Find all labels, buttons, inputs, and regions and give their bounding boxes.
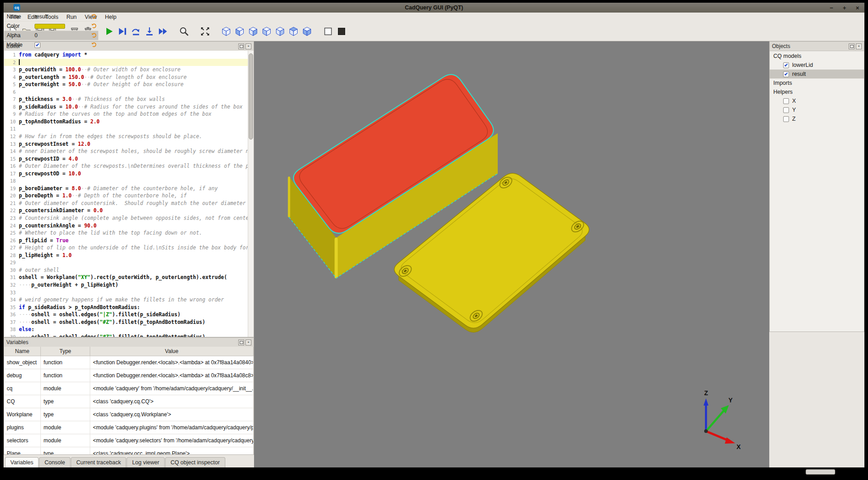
param-row-name[interactable]: Nameresult (4, 12, 98, 22)
code-line-7[interactable]: 7p_thickness = 3.0··# Thickness of the b… (4, 96, 248, 103)
variables-undock-button[interactable] (238, 340, 244, 345)
tree-item-cq-models[interactable]: CQ models (770, 52, 864, 61)
tab-console[interactable]: Console (39, 457, 70, 467)
code-line-33[interactable]: 33 (4, 289, 248, 297)
tab-variables[interactable]: Variables (5, 457, 39, 467)
view-bottom-button[interactable] (300, 25, 313, 38)
wireframe-mode-button[interactable] (321, 25, 334, 38)
code-line-34[interactable]: 34# weird geometry happens if we make th… (4, 296, 248, 304)
variable-row-plane[interactable]: Planetype<class 'cadquery.occ_impl.geom.… (4, 447, 254, 454)
code-line-37[interactable]: 37····oshell = oshell.edges("#Z").fillet… (4, 319, 248, 326)
menu-help[interactable]: Help (101, 13, 121, 22)
tab-cq-object-inspector[interactable]: CQ object inspector (165, 457, 225, 467)
tree-item-lowerlid[interactable]: ✔lowerLid (770, 61, 864, 70)
code-line-8[interactable]: 8p_sideRadius = 10.0··# Radius for the c… (4, 103, 248, 111)
column-header-name[interactable]: Name (4, 347, 41, 356)
checkbox-x[interactable] (783, 98, 789, 104)
view-right-button[interactable] (273, 25, 286, 38)
reset-icon[interactable] (91, 42, 97, 48)
tree-item-helpers[interactable]: Helpers (770, 87, 864, 96)
reset-icon[interactable] (91, 32, 97, 38)
titlebar[interactable]: cq CadQuery GUI (PyQT) − + × (4, 3, 864, 13)
code-line-4[interactable]: 4p_outerLength = 150.0··# Outer length o… (4, 74, 248, 81)
code-line-38[interactable]: 38else: (4, 326, 248, 333)
code-line-1[interactable]: 1from cadquery import * (4, 51, 248, 59)
code-line-15[interactable]: 15p_screwpostID = 4.0 (4, 155, 248, 163)
editor-undock-button[interactable] (238, 44, 244, 49)
param-row-alpha[interactable]: Alpha0 (4, 31, 98, 40)
column-header-type[interactable]: Type (41, 347, 90, 356)
code-line-35[interactable]: 35if p_sideRadius > p_topAndBottomRadius… (4, 304, 248, 311)
code-line-36[interactable]: 36····oshell = oshell.edges("|Z").fillet… (4, 311, 248, 319)
param-checkbox[interactable]: ✔ (35, 42, 40, 48)
code-line-23[interactable]: 23# Countersink angle (complete angle be… (4, 214, 248, 222)
tree-item-y[interactable]: Y (770, 105, 864, 114)
code-line-26[interactable]: 26p_flipLid = True (4, 237, 248, 244)
code-line-29[interactable]: 29 (4, 259, 248, 266)
debug-button[interactable] (116, 25, 129, 38)
variables-close-button[interactable]: × (245, 340, 251, 345)
checkbox-z[interactable] (783, 116, 789, 122)
code-line-28[interactable]: 28p_lipHeight = 1.0 (4, 252, 248, 259)
variable-row-cq[interactable]: cqmodule<module 'cadquery' from '/home/a… (4, 382, 254, 395)
param-row-visible[interactable]: Visible✔ (4, 40, 98, 50)
view-back-button[interactable] (246, 25, 259, 38)
code-line-13[interactable]: 13p_screwpostInset = 12.0 (4, 140, 248, 148)
reset-icon[interactable] (91, 13, 97, 19)
variable-row-show-object[interactable]: show_objectfunction<function Debugger.re… (4, 356, 254, 369)
render-button[interactable] (102, 25, 115, 38)
view-left-button[interactable] (260, 25, 273, 38)
variable-row-debug[interactable]: debugfunction<function Debugger.render.<… (4, 369, 254, 382)
fit-view-button[interactable] (198, 25, 211, 38)
code-line-11[interactable]: 11 (4, 125, 248, 133)
tab-current-traceback[interactable]: Current traceback (71, 457, 126, 467)
column-header-value[interactable]: Value (90, 347, 254, 356)
tree-item-z[interactable]: Z (770, 114, 864, 123)
code-line-12[interactable]: 12# How far in from the edges the screwp… (4, 133, 248, 140)
code-line-25[interactable]: 25# Whether to place the lid with the to… (4, 229, 248, 237)
editor-scrollbar-thumb[interactable] (249, 53, 253, 140)
tab-log-viewer[interactable]: Log viewer (127, 457, 164, 467)
code-line-16[interactable]: 16# Outer Diameter of the screwposts.\nD… (4, 162, 248, 170)
code-line-17[interactable]: 17p_screwpostOD = 10.0 (4, 170, 248, 178)
step-into-button[interactable] (143, 25, 156, 38)
code-line-32[interactable]: 32····p_outerHeight + p_lipHeight) (4, 281, 248, 289)
code-line-31[interactable]: 31oshell = Workplane("XY").rect(p_outerW… (4, 274, 248, 281)
tree-item-result[interactable]: ✔result (770, 70, 864, 79)
bottom-right-grip[interactable] (806, 469, 835, 475)
checkbox-y[interactable] (783, 107, 789, 113)
view-top-button[interactable] (287, 25, 300, 38)
variable-row-cq[interactable]: CQtype<class 'cadquery.cq.CQ'> (4, 395, 254, 408)
code-line-3[interactable]: 3p_outerWidth = 100.0··# Outer width of … (4, 66, 248, 74)
view-iso-button[interactable] (219, 25, 232, 38)
code-line-2[interactable]: 2 (4, 59, 248, 66)
checkbox-result[interactable]: ✔ (783, 71, 789, 77)
objects-close-button[interactable]: × (856, 44, 862, 49)
editor-close-button[interactable]: × (245, 44, 251, 49)
objects-undock-button[interactable] (849, 44, 855, 49)
code-line-22[interactable]: 22p_countersinkDiameter = 0.0 (4, 207, 248, 214)
code-line-27[interactable]: 27# Height of lip on the underside of th… (4, 244, 248, 252)
code-editor[interactable]: 1from cadquery import *23p_outerWidth = … (4, 51, 248, 337)
variable-row-workplane[interactable]: Workplanetype<class 'cadquery.cq.Workpla… (4, 408, 254, 421)
code-line-18[interactable]: 18 (4, 177, 248, 185)
code-line-6[interactable]: 6 (4, 88, 248, 96)
viewport-3d[interactable]: Z Y X (254, 41, 769, 467)
code-line-39[interactable]: 39····oshell = oshell.edges("#Z").fillet… (4, 333, 248, 337)
param-row-color[interactable]: Color (4, 22, 98, 31)
color-swatch[interactable] (35, 24, 65, 29)
code-line-5[interactable]: 5p_outerHeight = 50.0··# Outer height of… (4, 81, 248, 88)
code-line-30[interactable]: 30# outer shell (4, 266, 248, 274)
step-button[interactable] (129, 25, 142, 38)
editor-scrollbar[interactable] (248, 51, 254, 337)
reset-icon[interactable] (91, 23, 97, 29)
code-line-10[interactable]: 10p_topAndBottomRadius = 2.0 (4, 118, 248, 126)
code-line-14[interactable]: 14# nner Diameter of the screwpost holes… (4, 148, 248, 155)
maximize-button[interactable]: + (841, 4, 848, 11)
tree-item-imports[interactable]: Imports (770, 79, 864, 87)
code-line-20[interactable]: 20p_boreDepth = 1.0··# Depth of the coun… (4, 192, 248, 200)
zoom-button[interactable] (177, 25, 190, 38)
continue-button[interactable] (156, 25, 169, 38)
code-line-21[interactable]: 21# Outer diameter of countersink. Shoul… (4, 200, 248, 207)
close-button[interactable]: × (854, 4, 861, 11)
